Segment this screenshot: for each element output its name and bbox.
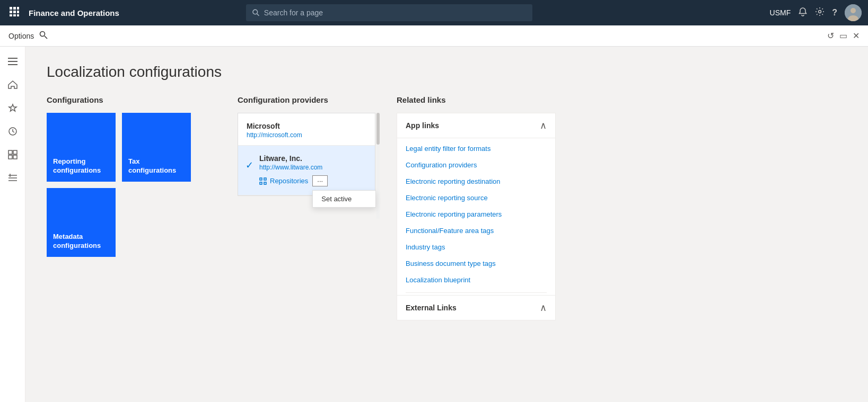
link-er-parameters[interactable]: Electronic reporting parameters [397,206,555,222]
svg-rect-23 [8,155,12,159]
tile-tax[interactable]: Tax configurations [122,113,191,182]
avatar[interactable] [845,4,862,21]
tile-reporting[interactable]: Reporting configurations [47,113,116,182]
svg-point-15 [40,31,45,36]
sidebar-item-home[interactable] [2,74,23,95]
svg-rect-32 [264,182,266,184]
svg-rect-30 [260,182,262,184]
svg-rect-3 [10,11,12,13]
sidebar-item-modules[interactable] [2,167,23,189]
provider-litware[interactable]: ✓ Litware, Inc. http://www.litware.com R… [238,146,375,195]
app-links-list: Legal entity filter for formats Configur… [397,138,555,290]
scrollbar-thumb [376,113,380,145]
link-business-doc-tags[interactable]: Business document type tags [397,255,555,272]
refresh-icon[interactable]: ↺ [827,31,834,41]
svg-rect-0 [10,7,12,10]
main-layout: Localization configurations Configuratio… [0,47,868,402]
grid-icon[interactable] [6,4,22,22]
link-localization-blueprint[interactable]: Localization blueprint [397,272,555,288]
providers-heading: Configuration providers [238,95,375,104]
svg-point-11 [819,10,821,13]
svg-rect-5 [17,11,19,13]
svg-rect-2 [17,7,19,10]
provider-litware-name: Litware, Inc. [259,154,366,163]
app-links-header[interactable]: App links ∧ [397,113,555,138]
related-links-heading: Related links [397,95,847,104]
config-tiles: Reporting configurations Tax configurati… [47,113,216,257]
tile-metadata[interactable]: Metadata configurations [47,188,116,257]
providers-scroll: Microsoft http://microsoft.com ✓ Litware… [238,113,375,196]
provider-list: Microsoft http://microsoft.com ✓ Litware… [238,113,375,196]
svg-rect-31 [264,178,266,180]
svg-rect-18 [8,61,17,62]
search-bar[interactable] [246,4,532,21]
options-bar: Options ↺ ▭ ✕ [0,25,868,47]
links-section: App links ∧ Legal entity filter for form… [397,113,556,320]
svg-line-16 [45,36,47,39]
options-search-icon[interactable] [39,31,48,41]
search-input[interactable] [264,8,527,17]
provider-microsoft-name: Microsoft [247,122,366,130]
company-label: USMF [770,8,791,17]
options-title: Options [8,32,34,40]
app-links-toggle-icon[interactable]: ∧ [540,120,547,131]
link-industry-tags[interactable]: Industry tags [397,239,555,255]
gear-icon[interactable] [815,7,825,19]
svg-rect-6 [10,14,12,16]
link-er-source[interactable]: Electronic reporting source [397,190,555,206]
external-links-title: External Links [406,303,457,312]
svg-rect-17 [8,58,17,59]
svg-line-10 [257,14,259,16]
topbar-right: USMF ? [770,4,862,21]
svg-rect-8 [17,14,19,16]
sidebar-item-hamburger[interactable] [2,51,23,72]
link-er-destination[interactable]: Electronic reporting destination [397,173,555,190]
svg-rect-29 [260,178,262,180]
sidebar [0,47,25,402]
minimize-icon[interactable]: ▭ [839,31,847,41]
link-config-providers[interactable]: Configuration providers [397,157,555,173]
app-links-title: App links [406,121,439,130]
topbar: Finance and Operations USMF ? [0,0,868,25]
svg-rect-22 [13,150,17,154]
provider-microsoft-url: http://microsoft.com [247,131,366,139]
close-icon[interactable]: ✕ [853,31,860,41]
related-links-column: Related links App links ∧ Legal entity f… [375,95,847,320]
dropdown-menu: Set active [312,190,376,208]
links-section-divider [406,292,547,293]
svg-rect-1 [13,7,16,10]
svg-rect-19 [8,64,17,65]
provider-litware-url: http://www.litware.com [259,164,366,171]
active-check-icon: ✓ [246,159,253,171]
external-links-toggle-icon[interactable]: ∧ [540,302,547,314]
svg-point-13 [851,8,856,13]
help-icon[interactable]: ? [832,8,837,17]
external-links-header[interactable]: External Links ∧ [397,295,555,320]
configurations-column: Configurations Reporting configurations … [47,95,216,257]
configurations-heading: Configurations [47,95,216,104]
svg-rect-21 [8,150,12,154]
sidebar-item-workspaces[interactable] [2,144,23,165]
optionsbar-right: ↺ ▭ ✕ [827,31,860,41]
scrollbar-track [376,113,380,219]
link-functional-tags[interactable]: Functional/Feature area tags [397,222,555,239]
providers-column: Configuration providers Microsoft http:/… [216,95,375,196]
repositories-label: Repositories [270,177,308,185]
page-title: Localization configurations [47,64,847,81]
link-legal-entity[interactable]: Legal entity filter for formats [397,140,555,157]
provider-microsoft[interactable]: Microsoft http://microsoft.com [238,113,375,146]
svg-rect-4 [13,11,16,13]
provider-actions: Repositories ··· Set active [247,171,366,189]
columns-layout: Configurations Reporting configurations … [47,95,847,320]
more-button[interactable]: ··· [312,175,328,186]
svg-point-9 [253,10,258,14]
bell-icon[interactable] [798,7,808,19]
main-content: Localization configurations Configuratio… [25,47,868,402]
app-title: Finance and Operations [29,8,119,17]
svg-rect-7 [13,14,16,16]
repositories-button[interactable]: Repositories [259,177,308,185]
sidebar-item-favorites[interactable] [2,97,23,119]
sidebar-item-recent[interactable] [2,121,23,142]
set-active-item[interactable]: Set active [313,191,375,207]
svg-rect-24 [13,155,17,159]
